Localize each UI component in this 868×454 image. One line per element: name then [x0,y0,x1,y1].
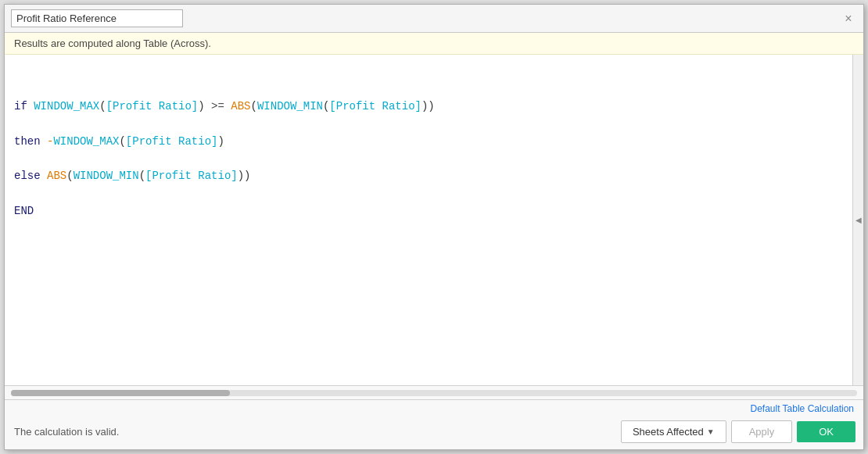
info-bar: Results are computed along Table (Across… [5,33,863,55]
code-line-2: then -WINDOW_MAX([Profit Ratio]) [14,133,843,150]
field-profit-ratio-2: [Profit Ratio] [329,100,421,113]
editor-area: if WINDOW_MAX([Profit Ratio]) >= ABS(WIN… [5,55,863,385]
kw-then: then [14,135,41,148]
status-text: The calculation is valid. [14,426,119,438]
scroll-arrow-icon: ◀ [855,216,862,224]
title-input[interactable] [11,9,183,27]
footer-actions: Sheets Affected ▼ Apply OK [621,420,855,443]
field-profit-ratio-4: [Profit Ratio] [145,170,238,182]
sheets-affected-button[interactable]: Sheets Affected ▼ [621,420,726,443]
footer-bottom: The calculation is valid. Sheets Affecte… [5,416,863,449]
info-text: Results are computed along Table (Across… [14,38,211,49]
scrollbar-bottom[interactable] [5,385,863,399]
h-scrollbar-thumb [11,390,230,396]
dialog: × Results are computed along Table (Acro… [4,4,864,450]
sheets-affected-label: Sheets Affected [633,426,704,438]
kw-if: if [14,100,27,113]
title-bar: × [5,5,863,33]
op-gte: >= [211,100,224,113]
code-line-3: else ABS(WINDOW_MIN([Profit Ratio])) [14,167,843,184]
field-profit-ratio-3: [Profit Ratio] [126,135,218,148]
close-icon: × [845,12,852,26]
footer: Default Table Calculation The calculatio… [5,399,863,449]
fn-window-min-2: WINDOW_MIN [74,170,139,182]
footer-top: Default Table Calculation [5,400,863,416]
fn-window-max-2: WINDOW_MAX [53,135,119,148]
code-line-4: END [14,202,843,220]
scrollbar-right[interactable]: ◀ [852,55,863,385]
apply-button[interactable]: Apply [731,420,793,443]
kw-else: else [14,170,41,182]
chevron-down-icon: ▼ [707,427,715,436]
default-table-calc-link[interactable]: Default Table Calculation [750,403,854,414]
fn-window-min-1: WINDOW_MIN [257,100,323,113]
fn-abs-1: ABS [231,100,250,113]
close-button[interactable]: × [840,10,857,27]
fn-abs-2: ABS [47,170,66,182]
kw-end: END [14,205,34,217]
field-profit-ratio-1: [Profit Ratio] [106,100,199,113]
ok-button[interactable]: OK [797,421,855,442]
h-scrollbar-track [11,390,857,396]
code-line-1: if WINDOW_MAX([Profit Ratio]) >= ABS(WIN… [14,98,843,115]
code-editor[interactable]: if WINDOW_MAX([Profit Ratio]) >= ABS(WIN… [5,55,852,385]
fn-window-max-1: WINDOW_MAX [34,100,99,113]
